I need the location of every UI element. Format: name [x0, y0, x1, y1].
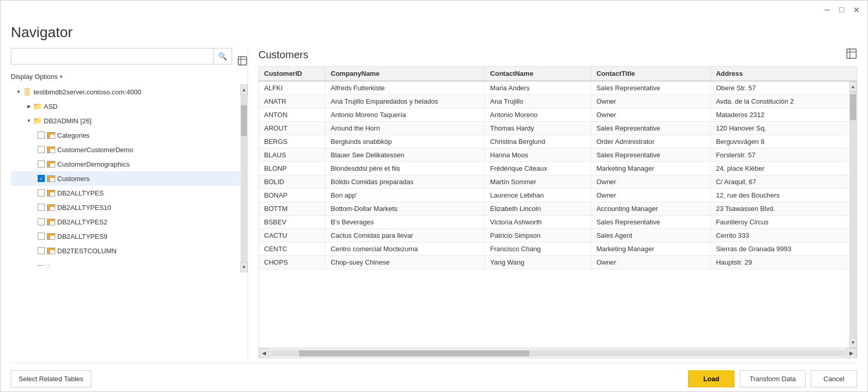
cell-contactname: Victoria Ashworth: [485, 216, 591, 229]
h-scroll-left[interactable]: ◀: [259, 348, 269, 358]
search-bar: 🔍: [11, 48, 232, 64]
cell-address: C/ Araquil, 67: [711, 175, 857, 189]
table-row: ANTONAntonio Moreno TaqueríaAntonio More…: [259, 108, 857, 122]
cell-companyname: Antonio Moreno Taquería: [325, 108, 485, 122]
col-address: Address: [711, 67, 857, 81]
data-horizontal-scrollbar[interactable]: ◀ ▶: [259, 348, 857, 358]
transform-data-button[interactable]: Transform Data: [740, 370, 806, 387]
db2testcolumn-checkbox[interactable]: [38, 247, 45, 254]
cell-address: 23 Tsawassen Blvd.: [711, 202, 857, 216]
tree-item-server[interactable]: ▼ 🗄 testibmdb2server.contoso.com:4000: [11, 85, 240, 99]
svg-rect-3: [847, 49, 856, 58]
customercustomerdemo-label: CustomerCustomerDemo: [57, 146, 133, 154]
maximize-button[interactable]: □: [837, 5, 847, 15]
db2alltypes10-label: DB2ALLTYPES10: [57, 204, 111, 211]
data-scroll-down[interactable]: ▼: [849, 337, 857, 348]
load-button[interactable]: Load: [688, 370, 734, 387]
categories-checkbox[interactable]: [38, 132, 45, 139]
expand-server-icon[interactable]: ▼: [15, 88, 22, 95]
db2alltypes9-checkbox[interactable]: [38, 233, 45, 240]
db2alltypes10-checkbox[interactable]: [38, 204, 45, 211]
db2admin-folder-icon: 📁: [32, 117, 42, 124]
customers-checkbox[interactable]: ✓: [38, 175, 45, 182]
data-vertical-scrollbar[interactable]: ▲ ▼: [849, 81, 857, 348]
cell-companyname: Blondesddsl père et fils: [325, 162, 485, 175]
minimize-button[interactable]: ─: [822, 5, 832, 15]
tree-item-db2alltypes9[interactable]: DB2ALLTYPES9: [11, 229, 240, 243]
db2admin-label: DB2ADMIN [26]: [44, 117, 91, 125]
h-scroll-thumb: [299, 350, 529, 356]
cell-customerid: BONAP: [259, 189, 325, 202]
cell-customerid: ANATR: [259, 95, 325, 108]
cell-contacttitle: Owner: [591, 175, 711, 189]
cell-address: Hauptstr. 29: [711, 256, 857, 269]
asd-label: ASD: [44, 103, 58, 110]
cancel-button[interactable]: Cancel: [811, 370, 857, 387]
cell-companyname: Cactus Comidas para llevar: [325, 229, 485, 242]
tree-item-db2alltypes2[interactable]: DB2ALLTYPES2: [11, 215, 240, 229]
tree-item-db2alltypes10[interactable]: DB2ALLTYPES10: [11, 200, 240, 215]
cell-companyname: Chop-suey Chinese: [325, 256, 485, 269]
select-related-button[interactable]: Select Related Tables: [11, 370, 91, 387]
cell-contactname: Laurence Lebihan: [485, 189, 591, 202]
title-bar-buttons: ─ □ ✕: [822, 5, 861, 15]
tree-item-asd[interactable]: ▶ 📁 ASD: [11, 99, 240, 113]
scroll-down-arrow[interactable]: ▼: [240, 262, 248, 272]
db2alltypes2-checkbox[interactable]: [38, 218, 45, 225]
cell-address: Sierras de Granada 9993: [711, 242, 857, 256]
data-table-container: CustomerID CompanyName ContactName Conta…: [258, 66, 857, 358]
cell-address: Forsterstr. 57: [711, 149, 857, 162]
close-button[interactable]: ✕: [851, 5, 861, 15]
cell-customerid: BERGS: [259, 135, 325, 149]
tree-more-items: — ···: [11, 258, 240, 272]
cell-companyname: Around the Horn: [325, 122, 485, 135]
cell-contacttitle: Sales Representative: [591, 122, 711, 135]
preview-refresh-button[interactable]: [846, 48, 857, 62]
cell-contacttitle: Owner: [591, 256, 711, 269]
tree-item-categories[interactable]: Categories: [11, 128, 240, 142]
display-options-button[interactable]: Display Options ▾: [11, 73, 248, 80]
footer-right: Load Transform Data Cancel: [688, 370, 857, 387]
tree-item-customers[interactable]: ✓ Customers: [11, 171, 240, 186]
tree-refresh-button[interactable]: [237, 56, 248, 69]
tree-content: ▼ 🗄 testibmdb2server.contoso.com:4000 ▶ …: [11, 85, 240, 272]
cell-customerid: BOLID: [259, 175, 325, 189]
cell-companyname: Ana Trujillo Emparedados y helados: [325, 95, 485, 108]
customers-label: Customers: [57, 175, 90, 183]
customerdemographics-checkbox[interactable]: [38, 160, 45, 168]
scroll-up-arrow[interactable]: ▲: [240, 85, 248, 95]
db2alltypes-checkbox[interactable]: [38, 189, 45, 197]
data-scroll-up[interactable]: ▲: [849, 81, 857, 92]
search-button[interactable]: 🔍: [213, 48, 232, 64]
tree-vertical-scrollbar[interactable]: ▲ ▼: [240, 85, 248, 272]
cell-companyname: Centro comercial Moctezuma: [325, 242, 485, 256]
cell-address: 12, rue des Bouchers: [711, 189, 857, 202]
col-customerid: CustomerID: [259, 67, 325, 81]
right-panel: Customers CustomerID: [248, 48, 857, 358]
h-scroll-right[interactable]: ▶: [846, 348, 857, 358]
tree-item-db2testcolumn[interactable]: DB2TESTCOLUMN: [11, 243, 240, 258]
expand-db2admin-icon[interactable]: ▼: [25, 117, 32, 124]
cell-customerid: CHOPS: [259, 256, 325, 269]
table-row: BLONPBlondesddsl père et filsFrédérique …: [259, 162, 857, 175]
title-bar: ─ □ ✕: [1, 1, 867, 19]
tree-item-customerdemographics[interactable]: CustomerDemographics: [11, 157, 240, 171]
search-input[interactable]: [11, 48, 213, 64]
customercustomerdemo-checkbox[interactable]: [38, 146, 45, 153]
cell-companyname: Bólido Comidas preparadas: [325, 175, 485, 189]
col-contacttitle: ContactTitle: [591, 67, 711, 81]
tree-item-customercustomerdemo[interactable]: CustomerCustomerDemo: [11, 142, 240, 157]
cell-address: Cerrito 333: [711, 229, 857, 242]
cell-contacttitle: Marketing Manager: [591, 162, 711, 175]
cell-companyname: Bottom-Dollar Markets: [325, 202, 485, 216]
categories-label: Categories: [57, 132, 90, 139]
cell-customerid: BLONP: [259, 162, 325, 175]
scroll-thumb: [241, 105, 247, 136]
cell-contactname: Hanna Moos: [485, 149, 591, 162]
tree-item-db2admin[interactable]: ▼ 📁 DB2ADMIN [26]: [11, 113, 240, 128]
tree-item-db2alltypes[interactable]: DB2ALLTYPES: [11, 186, 240, 200]
col-companyname: CompanyName: [325, 67, 485, 81]
preview-table-body: ALFKIAlfreds FutterkisteMaria AndersSale…: [259, 81, 857, 269]
expand-asd-icon[interactable]: ▶: [25, 103, 32, 110]
cell-customerid: BLAUS: [259, 149, 325, 162]
